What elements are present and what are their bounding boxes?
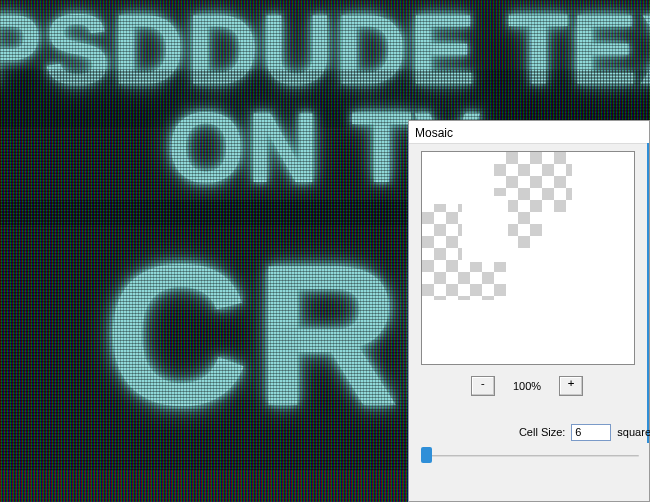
slider-thumb[interactable]	[421, 447, 432, 463]
dialog-title: Mosaic	[409, 121, 649, 144]
zoom-in-button[interactable]: +	[559, 376, 583, 396]
minus-icon: -	[480, 377, 487, 390]
mosaic-dialog: Mosaic - 100% + Cell Size: square	[408, 120, 650, 502]
zoom-value: 100%	[513, 380, 541, 392]
plus-icon: +	[568, 377, 575, 390]
zoom-controls: - 100% +	[421, 373, 633, 399]
cell-size-input[interactable]	[571, 424, 611, 441]
filter-preview[interactable]	[421, 151, 635, 365]
zoom-out-button[interactable]: -	[471, 376, 495, 396]
cell-size-label: Cell Size:	[519, 426, 565, 438]
cell-size-slider[interactable]	[421, 447, 639, 467]
slider-track	[421, 455, 639, 457]
dialog-accent-edge	[647, 143, 649, 443]
cell-size-unit: square	[617, 426, 650, 438]
cell-size-row: Cell Size: square	[421, 421, 650, 443]
preview-content	[422, 152, 634, 364]
